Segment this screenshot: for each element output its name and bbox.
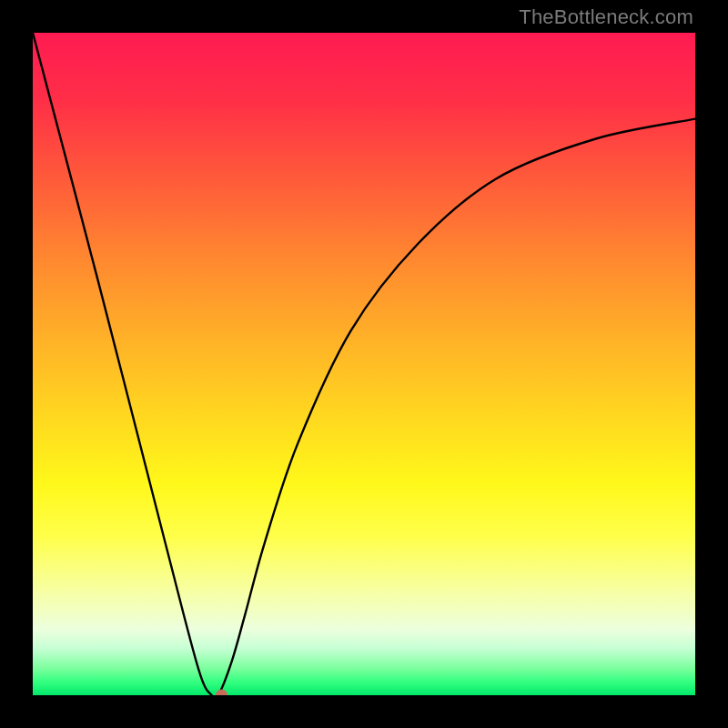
chart-frame: TheBottleneck.com <box>0 0 728 728</box>
watermark-text: TheBottleneck.com <box>519 5 693 29</box>
bottleneck-curve-path <box>33 33 695 695</box>
plot-area <box>33 33 695 695</box>
curve-layer <box>33 33 695 695</box>
optimal-point-marker <box>216 690 228 696</box>
